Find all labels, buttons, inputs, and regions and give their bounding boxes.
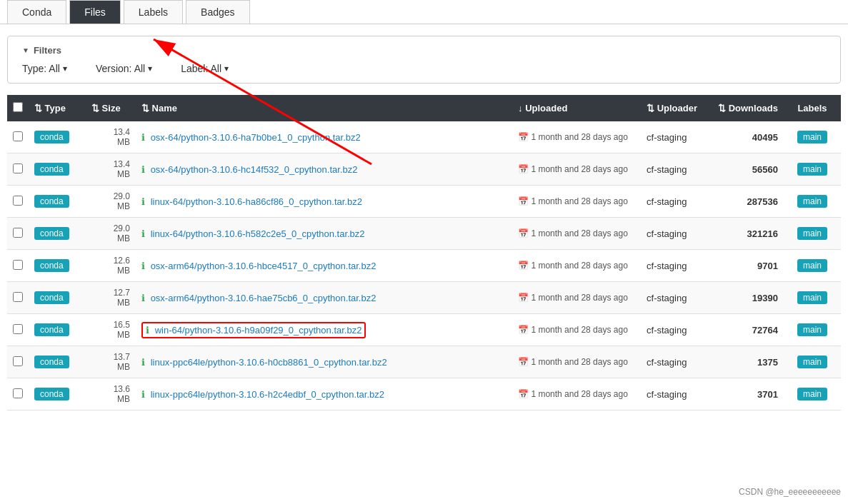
- row-uploader: cf-staging: [641, 250, 712, 282]
- filter-version-label: Version: All: [96, 63, 145, 74]
- main-badge[interactable]: main: [797, 259, 827, 272]
- main-badge[interactable]: main: [797, 388, 827, 400]
- row-checkbox[interactable]: [13, 292, 23, 302]
- row-name: ℹ linux-64/python-3.10.6-h582c2e5_0_cpyt…: [136, 218, 512, 250]
- row-uploaded: 📅 1 month and 28 days ago: [512, 218, 641, 250]
- row-label: main: [784, 250, 841, 282]
- info-icon[interactable]: ℹ: [141, 389, 145, 400]
- row-checkbox[interactable]: [13, 163, 23, 173]
- row-size: 12.7MB: [86, 282, 136, 314]
- row-size: 29.0MB: [86, 186, 136, 218]
- filter-type[interactable]: Type: All ▾: [22, 63, 67, 74]
- filter-version-arrow: ▾: [148, 64, 152, 74]
- row-downloads: 321216: [712, 218, 784, 250]
- row-checkbox-cell: [7, 121, 29, 153]
- row-checkbox[interactable]: [13, 388, 23, 398]
- row-size: 29.0MB: [86, 218, 136, 250]
- row-checkbox-cell: [7, 153, 29, 186]
- main-badge[interactable]: main: [797, 323, 827, 336]
- row-checkbox-cell: [7, 314, 29, 346]
- header-size[interactable]: ⇅ Size: [86, 95, 136, 121]
- row-checkbox[interactable]: [13, 131, 23, 141]
- filter-version[interactable]: Version: All ▾: [96, 63, 152, 74]
- file-link[interactable]: win-64/python-3.10.6-h9a09f29_0_cpython.…: [155, 325, 362, 336]
- info-icon[interactable]: ℹ: [141, 196, 145, 207]
- main-badge[interactable]: main: [797, 163, 827, 176]
- main-badge[interactable]: main: [797, 291, 827, 304]
- row-uploaded: 📅 1 month and 28 days ago: [512, 314, 641, 346]
- row-uploader: cf-staging: [641, 186, 712, 218]
- row-size: 16.5MB: [86, 314, 136, 346]
- header-downloads[interactable]: ⇅ Downloads: [712, 95, 784, 121]
- header-checkbox[interactable]: [7, 95, 29, 121]
- calendar-icon: 📅: [518, 293, 529, 303]
- row-downloads: 72764: [712, 314, 784, 346]
- row-type: conda: [29, 282, 86, 314]
- row-checkbox-cell: [7, 282, 29, 314]
- row-downloads: 287536: [712, 186, 784, 218]
- row-size: 13.4MB: [86, 153, 136, 186]
- row-type: conda: [29, 250, 86, 282]
- tab-conda[interactable]: Conda: [7, 0, 66, 24]
- header-uploader[interactable]: ⇅ Uploader: [641, 95, 712, 121]
- header-type[interactable]: ⇅ Type: [29, 95, 86, 121]
- filter-type-arrow: ▾: [63, 64, 67, 74]
- type-badge: conda: [34, 227, 69, 240]
- row-uploaded: 📅 1 month and 28 days ago: [512, 250, 641, 282]
- table-header-row: ⇅ Type ⇅ Size ⇅ Name ↓ Uploaded ⇅ Upload…: [7, 95, 841, 121]
- table-row: conda16.5MBℹ win-64/python-3.10.6-h9a09f…: [7, 314, 841, 346]
- row-uploader: cf-staging: [641, 346, 712, 378]
- info-icon[interactable]: ℹ: [141, 293, 145, 303]
- row-type: conda: [29, 186, 86, 218]
- header-uploaded[interactable]: ↓ Uploaded: [512, 95, 641, 121]
- row-uploaded: 📅 1 month and 28 days ago: [512, 121, 641, 153]
- row-uploaded: 📅 1 month and 28 days ago: [512, 346, 641, 378]
- row-checkbox[interactable]: [13, 196, 23, 206]
- row-checkbox[interactable]: [13, 260, 23, 270]
- table-row: conda13.6MBℹ linux-ppc64le/python-3.10.6…: [7, 378, 841, 410]
- row-label: main: [784, 282, 841, 314]
- tab-badges[interactable]: Badges: [186, 0, 249, 24]
- tab-labels[interactable]: Labels: [124, 0, 183, 24]
- file-link[interactable]: linux-64/python-3.10.6-h582c2e5_0_cpytho…: [151, 228, 365, 239]
- row-checkbox-cell: [7, 346, 29, 378]
- main-badge[interactable]: main: [797, 356, 827, 368]
- file-link[interactable]: linux-ppc64le/python-3.10.6-h0cb8861_0_c…: [151, 357, 387, 368]
- info-icon[interactable]: ℹ: [141, 228, 145, 239]
- select-all-checkbox[interactable]: [13, 102, 23, 112]
- type-badge: conda: [34, 131, 69, 143]
- type-badge: conda: [34, 259, 69, 272]
- header-uploaded-label: ↓ Uploaded: [518, 103, 567, 114]
- row-downloads: 3701: [712, 378, 784, 410]
- row-checkbox[interactable]: [13, 228, 23, 238]
- filter-label[interactable]: Label: All ▾: [181, 63, 229, 74]
- row-downloads: 9701: [712, 250, 784, 282]
- info-icon[interactable]: ℹ: [141, 261, 145, 271]
- row-checkbox[interactable]: [13, 356, 23, 366]
- header-name[interactable]: ⇅ Name: [136, 95, 512, 121]
- row-uploader: cf-staging: [641, 282, 712, 314]
- file-link[interactable]: osx-64/python-3.10.6-ha7b0be1_0_cpython.…: [151, 132, 361, 143]
- file-link[interactable]: osx-arm64/python-3.10.6-hae75cb6_0_cpyth…: [151, 293, 376, 303]
- row-type: conda: [29, 314, 86, 346]
- file-link[interactable]: linux-64/python-3.10.6-ha86cf86_0_cpytho…: [151, 196, 362, 207]
- main-badge[interactable]: main: [797, 131, 827, 143]
- file-link[interactable]: osx-64/python-3.10.6-hc14f532_0_cpython.…: [151, 164, 358, 175]
- row-name: ℹ osx-64/python-3.10.6-hc14f532_0_cpytho…: [136, 153, 512, 186]
- row-checkbox[interactable]: [13, 324, 23, 334]
- row-label: main: [784, 378, 841, 410]
- row-downloads: 40495: [712, 121, 784, 153]
- info-icon[interactable]: ℹ: [141, 164, 145, 175]
- row-uploader: cf-staging: [641, 218, 712, 250]
- tab-files[interactable]: Files: [69, 0, 121, 24]
- file-link[interactable]: linux-ppc64le/python-3.10.6-h2c4edbf_0_c…: [151, 389, 384, 400]
- info-icon[interactable]: ℹ: [141, 132, 145, 143]
- main-badge[interactable]: main: [797, 227, 827, 240]
- info-icon[interactable]: ℹ: [141, 357, 145, 368]
- file-link[interactable]: osx-arm64/python-3.10.6-hbce4517_0_cpyth…: [151, 261, 376, 271]
- info-icon[interactable]: ℹ: [146, 325, 149, 336]
- filter-label-label: Label: All: [181, 63, 221, 74]
- main-badge[interactable]: main: [797, 195, 827, 208]
- row-type: conda: [29, 121, 86, 153]
- filter-type-label: Type: All: [22, 63, 60, 74]
